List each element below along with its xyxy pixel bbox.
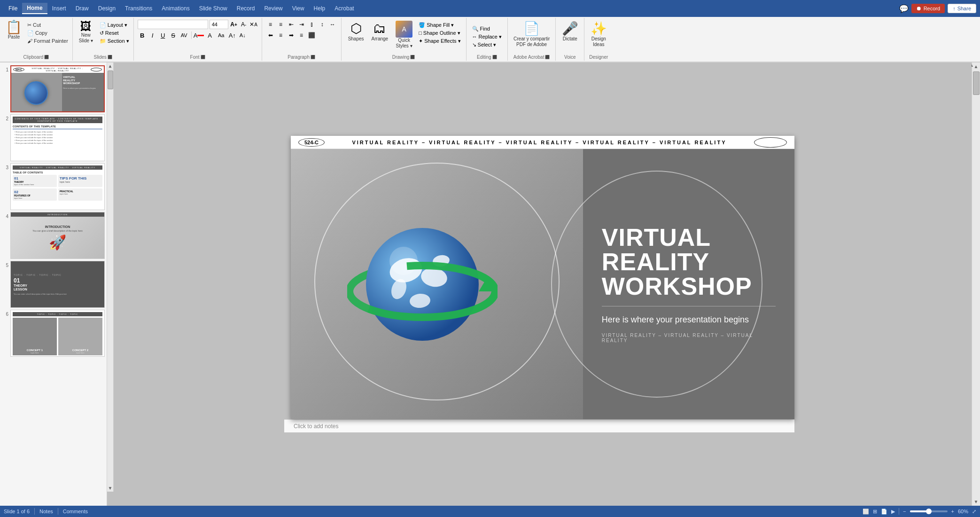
font-name-input[interactable] xyxy=(138,20,208,29)
slide-thumbnail-4[interactable]: 4 INTRODUCTION INTRODUCTION You can give… xyxy=(2,212,105,259)
paste-button[interactable]: 📋 Paste xyxy=(3,20,25,40)
fit-screen-button[interactable]: ⤢ xyxy=(972,509,976,515)
font-size-decrease2[interactable]: A↓ xyxy=(238,32,247,38)
slideshow-menu-tab[interactable]: Slide Show xyxy=(194,3,232,14)
strikethrough-button[interactable]: S xyxy=(169,31,178,40)
view-reading-button[interactable]: 📄 xyxy=(881,509,887,515)
right-scrollbar-down[interactable]: ▼ xyxy=(972,498,980,506)
select-button[interactable]: ↘ Select ▾ xyxy=(470,41,504,48)
design-menu-tab[interactable]: Design xyxy=(93,3,120,14)
adobe-button[interactable]: 📄 Crear y compartirPDF de Adobe xyxy=(512,20,552,48)
help-menu-tab[interactable]: Help xyxy=(309,3,330,14)
shape-fill-button[interactable]: 🪣 Shape Fill ▾ xyxy=(417,22,462,29)
layout-button[interactable]: 📄 Layout ▾ xyxy=(98,22,131,29)
copy-button[interactable]: 📄 Copy xyxy=(26,30,70,37)
text-direction-button[interactable]: ↔ xyxy=(328,20,337,29)
slide-thumbnail-5[interactable]: 5 TOPIC · TOPIC · TOPIC · TOPIC 01 THEOR… xyxy=(2,261,105,308)
change-case-button[interactable]: Aa xyxy=(216,31,226,40)
slide-thumbnail-1[interactable]: 1 524-C VIRTUAL REALITY - VIRTUAL REALIT… xyxy=(2,65,105,112)
notes-bar[interactable]: Click to add notes xyxy=(284,419,794,432)
designer-group-label: Designer xyxy=(589,55,608,61)
replace-button[interactable]: ↔ Replace ▾ xyxy=(470,33,504,40)
record-icon: ⏺ xyxy=(916,5,922,12)
notes-status[interactable]: Notes xyxy=(39,509,53,514)
align-center-button[interactable]: ≡ xyxy=(276,31,286,40)
review-menu-tab[interactable]: Review xyxy=(259,3,287,14)
view-slideshow-button[interactable]: ▶ xyxy=(891,509,895,515)
insert-menu-tab[interactable]: Insert xyxy=(47,3,71,14)
new-slide-button[interactable]: 🖼 NewSlide ▾ xyxy=(76,20,96,45)
numbering-button[interactable]: ≡ xyxy=(276,20,286,29)
find-button[interactable]: 🔍 Find xyxy=(470,25,504,32)
zoom-out-button[interactable]: − xyxy=(903,509,906,514)
decrease-font-button[interactable]: A- xyxy=(240,20,248,29)
char-spacing-button[interactable]: AV xyxy=(179,31,189,40)
arrange-button[interactable]: 🗂 Arrange xyxy=(369,20,391,42)
record-menu-tab[interactable]: Record xyxy=(232,3,260,14)
slide-subtitle: Here is where your presentation begins xyxy=(602,314,776,326)
line-spacing-button[interactable]: ↕ xyxy=(318,20,327,29)
record-button[interactable]: ⏺ Record xyxy=(911,4,945,13)
slide-thumbnail-6[interactable]: 6 TOPIC · TOPIC · TOPIC · TOPIC CONCEPT … xyxy=(2,310,105,357)
home-menu-tab[interactable]: Home xyxy=(22,3,47,14)
slides-panel: 1 524-C VIRTUAL REALITY - VIRTUAL REALIT… xyxy=(0,63,107,506)
view-menu-tab[interactable]: View xyxy=(288,3,309,14)
justify-button[interactable]: ≡ xyxy=(297,31,306,40)
zoom-slider[interactable] xyxy=(910,510,948,512)
clear-format-button[interactable]: ✕A xyxy=(249,20,258,29)
slide-number-1: 1 xyxy=(2,67,8,72)
text-highlight-button[interactable]: A xyxy=(205,31,215,40)
columns-button[interactable]: ⫿ xyxy=(307,20,317,29)
slide-main-title: VIRTUALREALITYWORKSHOP xyxy=(602,225,776,298)
font-group: 44 A+ A- ✕A B I U S AV A A xyxy=(134,18,262,61)
view-sorter-button[interactable]: ⊞ xyxy=(873,509,877,515)
zoom-in-button[interactable]: + xyxy=(951,509,954,514)
align-right-button[interactable]: ➡ xyxy=(287,31,296,40)
increase-font-button[interactable]: A+ xyxy=(230,20,238,29)
reset-button[interactable]: ↺ Reset xyxy=(98,30,131,37)
dictate-button[interactable]: 🎤 Dictate xyxy=(560,20,580,42)
slide-thumbnail-2[interactable]: 2 CONTENTS OF THIS TEMPLATE · CONTENTS O… xyxy=(2,114,105,161)
header-badge: 524-C xyxy=(298,138,325,147)
slide-thumbnail-3[interactable]: 3 VIRTUAL REALITY · VIRTUAL REALITY · VI… xyxy=(2,163,105,210)
share-icon: ↑ xyxy=(953,6,956,11)
slides-group-label: Slides ⬛ xyxy=(94,55,112,61)
shape-effects-button[interactable]: ✦ Shape Effects ▾ xyxy=(417,38,462,45)
quick-styles-button[interactable]: A QuickStyles ▾ xyxy=(393,20,415,50)
bold-button[interactable]: B xyxy=(138,31,147,40)
bullets-button[interactable]: ≡ xyxy=(266,20,275,29)
slide-left-panel xyxy=(291,149,583,419)
transitions-menu-tab[interactable]: Transitions xyxy=(120,3,157,14)
message-icon[interactable]: 💬 xyxy=(899,4,909,13)
indent-more-button[interactable]: ⇥ xyxy=(297,20,306,29)
format-painter-button[interactable]: 🖌 Format Painter xyxy=(26,38,70,44)
view-normal-button[interactable]: ⬜ xyxy=(863,509,869,515)
underline-button[interactable]: U xyxy=(158,31,168,40)
paragraph-group-label: Paragraph ⬛ xyxy=(288,55,315,61)
adobe-group-label: Adobe Acrobat ⬛ xyxy=(513,55,550,61)
share-button[interactable]: ↑ Share xyxy=(948,4,976,13)
animations-menu-tab[interactable]: Animations xyxy=(157,3,194,14)
align-left-button[interactable]: ⬅ xyxy=(266,31,275,40)
draw-menu-tab[interactable]: Draw xyxy=(71,3,93,14)
shape-outline-button[interactable]: □ Shape Outline ▾ xyxy=(417,30,462,37)
canvas-vertical-scrollbar[interactable]: ▲ ▼ xyxy=(107,63,114,492)
italic-button[interactable]: I xyxy=(148,31,157,40)
font-color-button[interactable]: A xyxy=(194,31,204,40)
design-ideas-button[interactable]: ✨ DesignIdeas xyxy=(588,20,609,48)
acrobat-menu-tab[interactable]: Acrobat xyxy=(330,3,358,14)
smart-art-button[interactable]: ⬛ xyxy=(307,31,317,40)
slide-canvas[interactable]: 524-C VIRTUAL REALITY – VIRTUAL REALITY … xyxy=(291,136,794,419)
right-scrollbar-thumb[interactable] xyxy=(973,71,980,95)
cut-button[interactable]: ✂ Cut xyxy=(26,22,70,29)
section-button[interactable]: 📁 Section ▾ xyxy=(98,38,131,45)
font-size-increase2[interactable]: A↑ xyxy=(227,32,237,39)
file-menu-tab[interactable]: File xyxy=(4,3,22,14)
canvas-area: ▲ ▼ 524-C VIRTUAL REALITY – VIRTUAL REAL… xyxy=(107,63,972,506)
font-size-input[interactable]: 44 xyxy=(210,20,228,29)
header-oval xyxy=(754,137,787,148)
zoom-level[interactable]: 60% xyxy=(958,509,968,514)
shapes-button[interactable]: ⬡ Shapes xyxy=(345,20,367,42)
comments-status[interactable]: Comments xyxy=(63,509,88,514)
indent-less-button[interactable]: ⇤ xyxy=(287,20,296,29)
